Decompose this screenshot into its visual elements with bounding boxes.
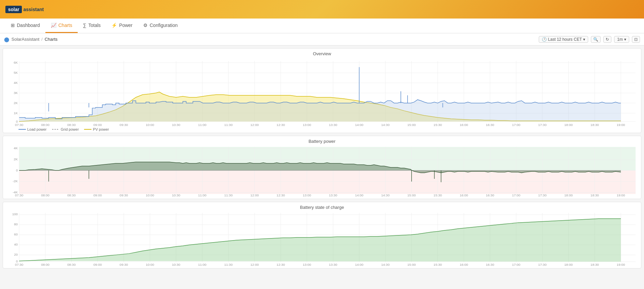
svg-rect-74: [19, 170, 636, 194]
svg-text:12:30: 12:30: [276, 193, 285, 197]
nav-label-charts: Charts: [59, 23, 72, 28]
fullscreen-button[interactable]: ⊡: [632, 36, 640, 43]
nav-item-totals[interactable]: ∑ Totals: [78, 19, 106, 33]
svg-text:13:30: 13:30: [329, 123, 337, 127]
svg-text:10:30: 10:30: [172, 263, 180, 266]
refresh-button[interactable]: ↻: [603, 36, 611, 43]
svg-text:12:30: 12:30: [276, 123, 285, 127]
svg-text:17:30: 17:30: [538, 193, 546, 197]
breadcrumb: ⬤ SolarAssistant / Charts: [4, 37, 58, 42]
svg-text:18:30: 18:30: [591, 263, 599, 266]
svg-text:08:00: 08:00: [41, 193, 49, 197]
svg-text:4K: 4K: [14, 81, 18, 85]
legend-grid-label: Grid power: [61, 127, 79, 131]
svg-text:12:00: 12:00: [251, 263, 259, 266]
toolbar-right: 🕐 Last 12 hours CET ▾ 🔍 ↻ 1m ▾ ⊡: [539, 36, 640, 43]
timezone-label: CET: [574, 37, 582, 42]
svg-text:11:30: 11:30: [224, 123, 233, 127]
svg-text:13:00: 13:00: [303, 193, 311, 197]
svg-text:18:30: 18:30: [591, 123, 599, 127]
legend-pv-label: PV power: [93, 127, 109, 131]
nav-label-configuration: Configuration: [150, 23, 178, 28]
nav-label-power: Power: [119, 23, 132, 28]
nav-item-power[interactable]: ⚡ Power: [106, 19, 138, 33]
overview-chart-title: Overview: [8, 51, 636, 56]
svg-text:12:00: 12:00: [251, 193, 259, 197]
svg-text:16:30: 16:30: [486, 263, 494, 266]
svg-text:09:30: 09:30: [120, 193, 128, 197]
svg-text:14:30: 14:30: [381, 263, 390, 266]
svg-text:12:00: 12:00: [251, 123, 259, 127]
svg-text:14:00: 14:00: [355, 123, 364, 127]
svg-text:18:00: 18:00: [564, 193, 573, 197]
svg-text:08:00: 08:00: [41, 263, 49, 266]
nav-item-dashboard[interactable]: ⊞ Dashboard: [5, 19, 45, 33]
overview-chart-svg: 6K 5K 4K 3K 2K 1K 0: [8, 58, 636, 127]
svg-text:12:30: 12:30: [276, 263, 285, 266]
logo: solar assistant: [5, 6, 44, 13]
svg-text:6K: 6K: [14, 61, 18, 64]
overview-chart-area: 6K 5K 4K 3K 2K 1K 0: [8, 58, 636, 127]
svg-text:10:30: 10:30: [172, 123, 180, 127]
time-range-selector[interactable]: 🕐 Last 12 hours CET ▾: [539, 36, 589, 43]
svg-text:07:30: 07:30: [15, 123, 23, 127]
legend-grid-power: Grid power: [52, 127, 79, 131]
battery-soc-chart-panel: Battery state of charge 100 80 60 40 20 …: [3, 202, 641, 268]
svg-text:11:00: 11:00: [198, 263, 206, 266]
svg-text:17:00: 17:00: [512, 193, 520, 197]
svg-text:-2K: -2K: [12, 179, 18, 183]
battery-power-chart-title: Battery power: [8, 139, 636, 144]
svg-text:19:00: 19:00: [617, 263, 625, 266]
svg-text:2K: 2K: [14, 101, 18, 105]
battery-soc-chart-title: Battery state of charge: [8, 205, 636, 210]
svg-text:15:30: 15:30: [433, 263, 442, 266]
nav-label-dashboard: Dashboard: [17, 23, 40, 28]
legend-load-label: Load power: [27, 127, 47, 131]
svg-text:17:30: 17:30: [538, 123, 546, 127]
svg-text:14:30: 14:30: [381, 193, 390, 197]
svg-text:13:30: 13:30: [329, 263, 337, 266]
nav-item-charts[interactable]: 📈 Charts: [45, 19, 78, 33]
svg-text:13:00: 13:00: [303, 263, 311, 266]
svg-text:09:00: 09:00: [93, 123, 102, 127]
charts-container: Overview 6K 5K 4K 3K 2K 1K 0: [0, 45, 644, 271]
svg-text:16:00: 16:00: [460, 263, 468, 266]
svg-text:15:00: 15:00: [407, 123, 416, 127]
configuration-icon: ⚙: [143, 23, 148, 28]
svg-text:17:00: 17:00: [512, 263, 520, 266]
svg-text:5K: 5K: [14, 71, 18, 74]
svg-text:18:00: 18:00: [564, 123, 573, 127]
svg-text:09:30: 09:30: [120, 263, 128, 266]
nav-item-configuration[interactable]: ⚙ Configuration: [138, 19, 183, 33]
svg-text:3K: 3K: [14, 91, 18, 95]
breadcrumb-root[interactable]: SolarAssistant: [11, 37, 39, 42]
svg-text:20: 20: [14, 253, 18, 256]
power-icon: ⚡: [111, 23, 117, 28]
svg-text:08:00: 08:00: [41, 123, 49, 127]
svg-text:15:30: 15:30: [433, 123, 442, 127]
dashboard-icon: ⊞: [11, 23, 15, 28]
battery-power-chart-panel: Battery power 4K 2K 0 -2K -4K: [3, 136, 641, 199]
svg-text:11:00: 11:00: [198, 123, 206, 127]
battery-power-chart-area: 4K 2K 0 -2K -4K: [8, 145, 636, 197]
svg-text:0: 0: [16, 168, 18, 172]
svg-text:14:00: 14:00: [355, 193, 364, 197]
svg-text:07:30: 07:30: [15, 263, 23, 266]
svg-text:60: 60: [14, 232, 18, 236]
svg-text:16:30: 16:30: [486, 193, 494, 197]
svg-text:10:30: 10:30: [172, 193, 180, 197]
interval-selector[interactable]: 1m ▾: [614, 36, 629, 43]
svg-text:18:00: 18:00: [564, 263, 573, 266]
svg-text:1K: 1K: [14, 111, 18, 115]
svg-text:16:30: 16:30: [486, 123, 494, 127]
home-icon[interactable]: ⬤: [4, 37, 9, 42]
svg-text:08:30: 08:30: [67, 263, 76, 266]
overview-legend: Load power Grid power PV power: [8, 127, 636, 131]
battery-soc-svg: 100 80 60 40 20 0: [8, 211, 636, 267]
battery-power-svg: 4K 2K 0 -2K -4K: [8, 145, 636, 197]
zoom-out-button[interactable]: 🔍: [591, 36, 601, 43]
interval-chevron-icon: ▾: [624, 37, 626, 42]
battery-soc-chart-area: 100 80 60 40 20 0: [8, 211, 636, 267]
svg-text:80: 80: [14, 222, 18, 226]
svg-text:14:00: 14:00: [355, 263, 364, 266]
